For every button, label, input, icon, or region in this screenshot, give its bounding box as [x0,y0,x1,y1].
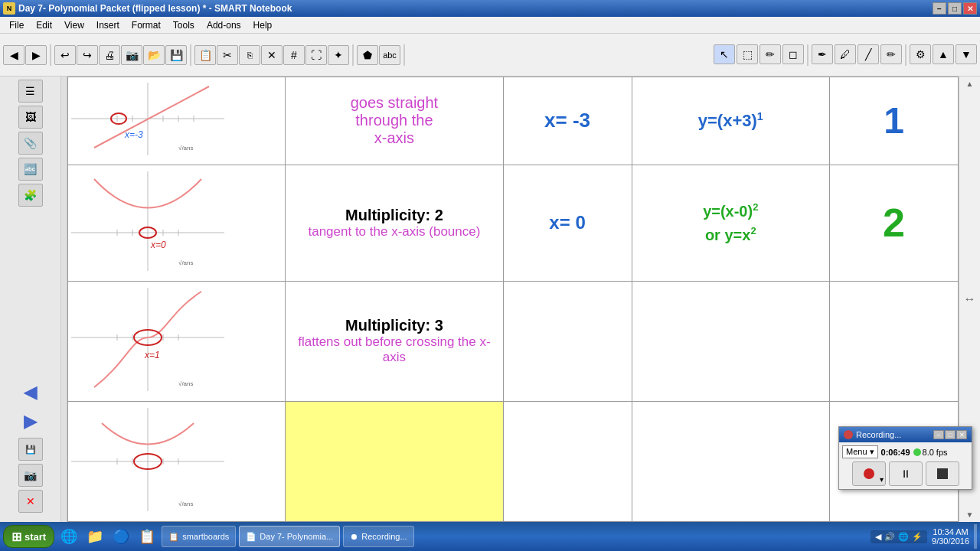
taskbar: ⊞ start 🌐 📁 🔵 📋 📋 smartboards 📄 Day 7- P… [0,522,980,551]
dialog-row-controls: Menu ▾ 0:06:49 8.0 fps [842,445,969,458]
fps-indicator [913,448,921,456]
sidebar-attach-btn[interactable]: 📎 [18,132,43,155]
close-button[interactable]: ✕ [963,2,977,15]
x-val-bottom [503,401,632,521]
vertical-scrollbar[interactable] [61,77,67,522]
table-row-bottom: √/ans [68,401,959,521]
magic-button[interactable]: ✦ [328,45,349,65]
sidebar-prop-btn[interactable]: 🔤 [18,158,43,181]
clock-date: 9/30/2016 [932,536,969,546]
graph-svg-top: x=-3 √/ans [71,83,224,155]
pen-tool-2[interactable]: ✒ [812,44,833,64]
save-button[interactable]: 💾 [165,45,187,65]
fullscreen-button[interactable]: ⛶ [305,45,327,65]
graph-svg-bottom: √/ans [71,408,224,511]
menu-label: Menu [846,447,867,456]
behavior-desc-2: tangent to the x-axis (bounce) [292,224,496,240]
taskbar-notebook-label: Day 7- Polynomia... [260,532,333,541]
settings-button[interactable]: ⚙ [910,44,931,64]
cut-button[interactable]: ✂ [217,45,238,65]
dialog-restore[interactable]: □ [945,430,956,439]
svg-text:x=-3: x=-3 [124,129,143,140]
graph-cell-top: x=-3 √/ans [68,77,286,165]
sidebar-pages-btn[interactable]: ☰ [18,80,43,103]
tray-arrow[interactable]: ◀ [875,532,881,542]
number-top: 1 [830,99,958,142]
pause-button[interactable]: ⏸ [889,461,923,486]
menu-file[interactable]: File [3,18,30,32]
dialog-body: Menu ▾ 0:06:49 8.0 fps ▾ ⏸ [839,442,972,489]
taskbar-folder-icon[interactable]: 📁 [83,525,106,548]
print-button[interactable]: 🖨 [99,45,120,65]
forward-button[interactable]: ▶ [25,45,47,65]
window-controls: − □ ✕ [933,2,977,15]
pen-tool[interactable]: ✏ [760,44,781,64]
dialog-close[interactable]: ✕ [956,430,967,439]
sidebar-puzzle-btn[interactable]: 🧩 [18,184,43,207]
recording-dialog: Recording... − □ ✕ Menu ▾ 0:06:49 8.0 fp… [838,426,972,490]
toolbar-group-shapes: ⬟ abc [357,45,400,65]
highlighter-tool[interactable]: 🖊 [835,44,856,64]
restore-button[interactable]: □ [948,2,962,15]
menu-addons[interactable]: Add-ons [201,18,247,32]
record-dropdown-arrow[interactable]: ▾ [880,475,884,484]
scroll-up[interactable]: ▲ [933,44,954,64]
sidebar-camera-btn[interactable]: 📷 [18,464,43,487]
camera-button[interactable]: 📷 [121,45,142,65]
sidebar-delete-btn[interactable]: ✕ [18,490,43,513]
taskbar-notebook-btn[interactable]: 📄 Day 7- Polynomia... [239,526,340,547]
start-button[interactable]: ⊞ start [3,525,54,548]
sidebar-save-btn[interactable]: 💾 [18,438,43,461]
menu-help[interactable]: Help [247,18,279,32]
lasso-tool[interactable]: ⬚ [737,44,758,64]
undo-button[interactable]: ↩ [54,45,76,65]
show-desktop-btn[interactable] [974,524,977,549]
taskbar-ie-icon[interactable]: 🌐 [57,525,80,548]
open-button[interactable]: 📂 [143,45,165,65]
back-button[interactable]: ◀ [3,45,24,65]
sidebar-thumbnail-btn[interactable]: 🖼 [18,106,43,129]
recording-menu-dropdown[interactable]: Menu ▾ [842,445,878,458]
menu-tools[interactable]: Tools [167,18,201,32]
taskbar-recording-btn[interactable]: ⏺ Recording... [343,526,413,547]
redo-button[interactable]: ↪ [77,45,98,65]
taskbar-smart-icon[interactable]: 📋 [136,525,158,548]
record-button[interactable]: ▾ [852,461,886,486]
num-cell-mult3 [829,281,958,401]
shapes-button[interactable]: ⬟ [357,45,378,65]
menu-format[interactable]: Format [126,18,167,32]
select-tool[interactable]: ↖ [714,44,735,64]
taskbar-smartboards-btn[interactable]: 📋 smartboards [162,526,236,547]
menu-insert[interactable]: Insert [90,18,126,32]
menu-edit[interactable]: Edit [30,18,58,32]
tray-icon-2: 🌐 [898,532,909,542]
graph-cell-bottom: √/ans [68,401,286,521]
graph-cell-mult2: x=0 √/ans [68,165,286,281]
minimize-button[interactable]: − [933,2,946,15]
stop-button[interactable] [926,461,959,486]
insert-button[interactable]: abc [379,45,400,65]
copy-button[interactable]: ⎘ [239,45,260,65]
nav-back-arrow[interactable]: ◀ [21,380,40,406]
svg-text:√/ans: √/ans [178,259,194,266]
nav-forward-arrow[interactable]: ▶ [21,409,40,435]
toolbar-right-group: ↖ ⬚ ✏ ◻ ✒ 🖊 ╱ ✏ ⚙ ▲ ▼ [714,44,977,66]
num-cell-top: 1 [829,77,958,165]
menu-bar: File Edit View Insert Format Tools Add-o… [0,17,980,34]
shape-tool[interactable]: ✏ [880,44,902,64]
dialog-minimize[interactable]: − [933,430,944,439]
paste-button[interactable]: 📋 [194,45,216,65]
eq-cell-top: y=(x+3)1 [632,77,829,165]
fps-display: 8.0 fps [913,448,948,457]
grid-button[interactable]: # [283,45,305,65]
dialog-titlebar: Recording... − □ ✕ [839,427,972,442]
taskbar-chrome-icon[interactable]: 🔵 [109,525,132,548]
svg-text:√/ans: √/ans [178,500,194,507]
right-sidebar-expand[interactable]: ↔ [964,292,976,306]
menu-view[interactable]: View [58,18,90,32]
delete-button[interactable]: ✕ [261,45,283,65]
line-tool[interactable]: ╱ [858,44,879,64]
window-title: Day 7- Polynomial Packet (flipped lesson… [18,3,292,14]
scroll-down[interactable]: ▼ [956,44,977,64]
eraser-tool[interactable]: ◻ [782,44,804,64]
